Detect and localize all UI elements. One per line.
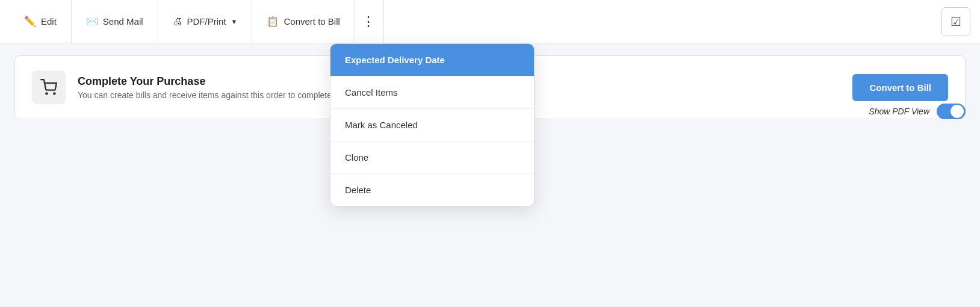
dots-icon: ⋮ (362, 14, 376, 29)
toolbar: ✏️ Edit ✉️ Send Mail 🖨 PDF/Print ▼ 📋 Con… (0, 0, 980, 43)
dropdown-item-delete[interactable]: Delete (330, 174, 534, 206)
edit-button[interactable]: ✏️ Edit (10, 0, 72, 43)
send-mail-label: Send Mail (103, 16, 143, 26)
banner-icon-wrap (32, 70, 66, 104)
show-pdf-view-label: Show PDF View (869, 107, 929, 116)
svg-point-1 (54, 93, 55, 94)
toggle-knob (951, 105, 964, 118)
convert-to-bill-banner-button[interactable]: Convert to Bill (852, 74, 948, 101)
pdf-icon: 🖨 (173, 16, 182, 27)
pdf-print-button[interactable]: 🖨 PDF/Print ▼ (158, 0, 253, 43)
more-options-button[interactable]: ⋮ (355, 0, 384, 43)
svg-point-0 (46, 93, 47, 94)
mail-icon: ✉️ (86, 16, 98, 27)
dropdown-menu: Expected Delivery DateCancel ItemsMark a… (330, 43, 535, 206)
convert-to-bill-toolbar-label: Convert to Bill (284, 16, 340, 26)
cart-icon (40, 79, 57, 96)
clipboard-button[interactable]: ☑ (941, 7, 970, 36)
bill-icon: 📋 (267, 16, 279, 27)
clipboard-icon: ☑ (951, 14, 961, 29)
chevron-down-icon: ▼ (231, 18, 238, 25)
pdf-print-label: PDF/Print (187, 16, 226, 26)
pdf-toggle-row: Show PDF View (869, 104, 966, 119)
convert-to-bill-toolbar-button[interactable]: 📋 Convert to Bill (252, 0, 355, 43)
dropdown-item-clone[interactable]: Clone (330, 141, 534, 174)
pdf-toggle-switch[interactable] (937, 104, 966, 119)
dropdown-item-cancel-items[interactable]: Cancel Items (330, 76, 534, 109)
edit-label: Edit (41, 16, 57, 26)
dropdown-item-expected-delivery-date[interactable]: Expected Delivery Date (330, 44, 534, 76)
send-mail-button[interactable]: ✉️ Send Mail (72, 0, 158, 43)
edit-icon: ✏️ (24, 16, 36, 27)
dropdown-item-mark-as-canceled[interactable]: Mark as Canceled (330, 109, 534, 141)
